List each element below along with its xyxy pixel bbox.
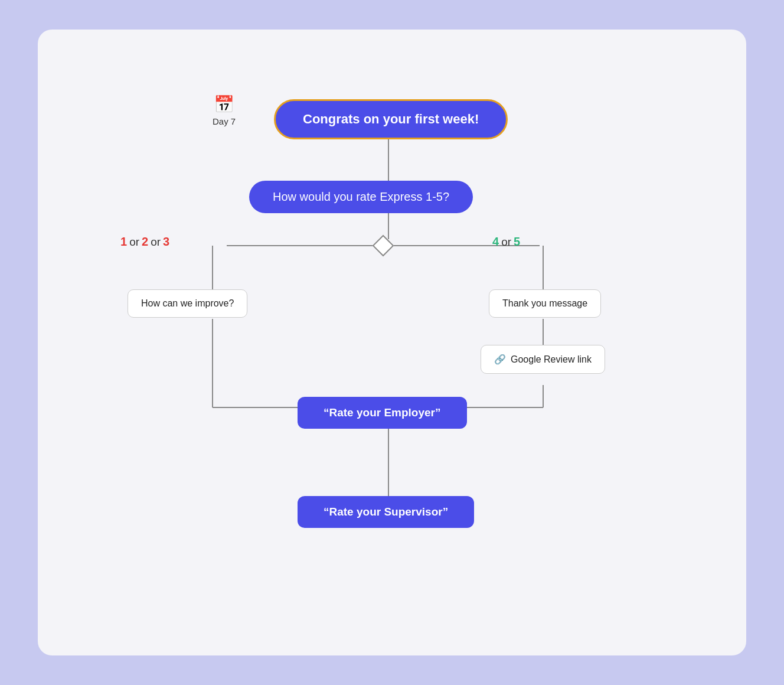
google-review-node[interactable]: 🔗 Google Review link <box>481 345 605 374</box>
improve-node: How can we improve? <box>128 289 247 318</box>
thankyou-node: Thank you message <box>489 289 601 318</box>
employer-node: “Rate your Employer” <box>298 397 467 429</box>
congrats-node: Congrats on your first week! <box>274 99 508 139</box>
branch-num2: 2 <box>142 235 148 249</box>
flowchart-diagram: 📅 Day 7 Congrats on your first week! How… <box>38 30 746 655</box>
branch-num3: 3 <box>163 235 169 249</box>
congrats-text: Congrats on your first week! <box>303 112 479 126</box>
rate-text: How would you rate Express 1-5? <box>273 190 449 203</box>
google-review-text: Google Review link <box>511 354 592 365</box>
supervisor-node: “Rate your Supervisor” <box>298 496 474 528</box>
branch-num4: 4 <box>492 235 499 249</box>
calendar-icon: 📅 <box>214 94 234 114</box>
thankyou-text: Thank you message <box>502 298 587 308</box>
diagram-card: 📅 Day 7 Congrats on your first week! How… <box>38 30 746 655</box>
supervisor-text: “Rate your Supervisor” <box>324 505 448 518</box>
branch-sep2-left: or <box>151 236 161 249</box>
branch-sep1-right: or <box>501 236 511 249</box>
employer-text: “Rate your Employer” <box>324 406 441 419</box>
branch-left-label: 1 or 2 or 3 <box>120 235 169 249</box>
day7-label: Day 7 <box>213 116 236 126</box>
diamond-decision <box>373 235 394 257</box>
branch-num5: 5 <box>514 235 520 249</box>
rate-node: How would you rate Express 1-5? <box>249 181 473 213</box>
link-icon: 🔗 <box>494 354 506 365</box>
branch-right-label: 4 or 5 <box>492 235 520 249</box>
branch-num1: 1 <box>120 235 127 249</box>
day7-group: 📅 Day 7 <box>213 94 236 126</box>
branch-sep1-left: or <box>129 236 139 249</box>
improve-text: How can we improve? <box>141 298 234 308</box>
